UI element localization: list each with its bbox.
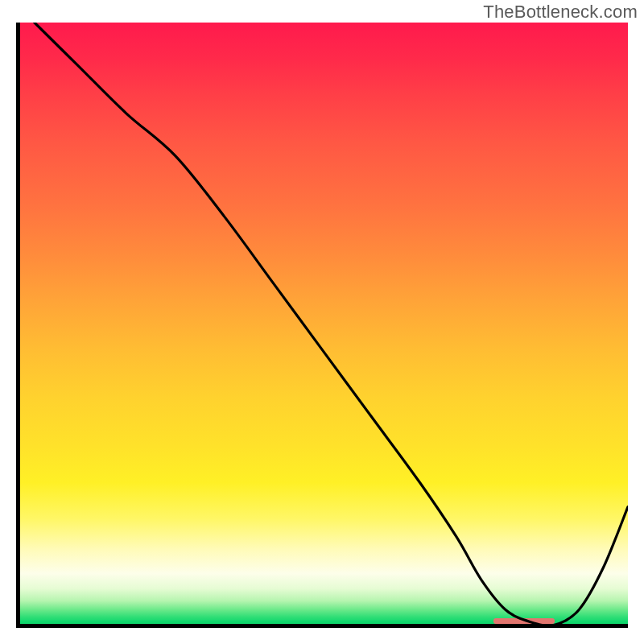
bottleneck-curve bbox=[16, 23, 628, 628]
plot-area bbox=[16, 23, 628, 628]
attribution-text: TheBottleneck.com bbox=[483, 2, 638, 23]
chart-root: TheBottleneck.com bbox=[0, 0, 644, 644]
curve-path bbox=[35, 23, 628, 625]
